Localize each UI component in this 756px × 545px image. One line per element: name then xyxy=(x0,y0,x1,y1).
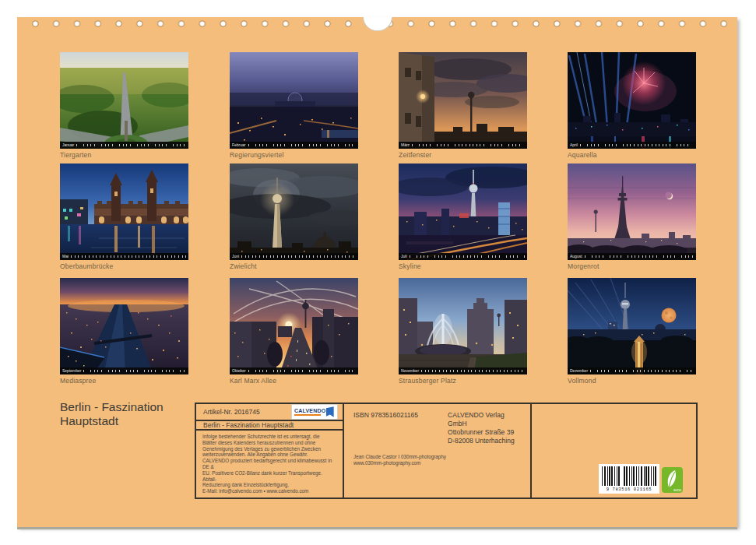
day-ticks xyxy=(585,255,694,258)
thumbnail-caption: Aquarella xyxy=(568,151,696,159)
isbn-number: ISBN 9783516021165 xyxy=(353,411,431,445)
thumbnail-caption: Zeitfenster xyxy=(399,151,527,159)
thumbnail-caption: Zwielicht xyxy=(230,262,358,270)
thumbnail-caption: Karl Marx Allee xyxy=(230,377,358,385)
info-right-column: 9 783516 021165 eco xyxy=(532,404,696,498)
photo-karl-marx-allee: Oktober xyxy=(230,278,358,374)
thumbnail-vollmond: Dezember Vollmond xyxy=(568,278,696,385)
vollmond-illustration xyxy=(568,278,696,374)
photo-aquarella: April xyxy=(568,52,696,149)
mediaspree-illustration xyxy=(60,278,188,374)
day-ticks xyxy=(410,255,525,258)
photographer-credit: Jean Claude Castor I 030mm-photography w… xyxy=(353,454,521,467)
thumbnail-caption: Vollmond xyxy=(568,377,696,385)
calendar-title-row: Berlin - Faszination Hauptstadt xyxy=(196,421,343,431)
photo-zwielicht: Juni xyxy=(230,164,358,260)
morgenrot-illustration xyxy=(568,164,696,260)
aquarella-illustration xyxy=(568,52,696,149)
month-label: Juli xyxy=(401,255,407,258)
thumbnail-caption: Mediaspree xyxy=(60,377,188,385)
calendar-title-small: Berlin - Faszination Hauptstadt xyxy=(203,421,294,429)
thumbnail-caption: Strausberger Platz xyxy=(399,377,527,385)
thumbnail-skyline: Juli Skyline xyxy=(399,164,527,270)
zwielicht-illustration xyxy=(230,164,358,260)
thumbnail-zeitfenster: März Zeitfenster xyxy=(399,52,527,159)
month-label: Februar xyxy=(232,143,246,147)
thumbnail-oberbaumbruecke: Mai Oberbaumbrücke xyxy=(60,164,188,270)
calendar-date-strip: September xyxy=(60,367,188,374)
day-ticks xyxy=(83,370,186,373)
calvendo-logo: CALVENDO xyxy=(291,404,338,420)
calendar-title-line2: Hauptstadt xyxy=(60,414,164,428)
calendar-date-strip: August xyxy=(568,253,696,260)
thumbnail-caption: Regierungsviertel xyxy=(230,151,358,159)
photo-skyline: Juli xyxy=(399,164,527,260)
calvendo-logo-tagline xyxy=(294,414,321,417)
thumbnail-caption: Tiergarten xyxy=(60,151,188,159)
thumbnail-morgenrot: August Morgenrot xyxy=(568,164,696,270)
thumbnail-strausberger-platz: November Strausberger Platz xyxy=(399,278,527,385)
eco-label: eco xyxy=(673,487,681,492)
month-label: November xyxy=(401,369,419,373)
thumbnail-karl-marx-allee: Oktober Karl Marx Allee xyxy=(230,278,358,385)
info-left-column: Artikel-Nr. 2016745 CALVENDO Berlin - Fa… xyxy=(196,404,344,498)
thumbnail-caption: Skyline xyxy=(399,262,527,270)
calendar-date-strip: Februar xyxy=(230,142,358,149)
calendar-date-strip: Januar xyxy=(60,142,188,149)
calendar-date-strip: April xyxy=(568,142,696,149)
calendar-back-cover: Januar Tiergarten xyxy=(0,0,756,545)
calendar-date-strip: Dezember xyxy=(568,367,696,374)
day-ticks xyxy=(241,255,356,258)
calendar-date-strip: März xyxy=(399,142,527,149)
calendar-date-strip: November xyxy=(399,367,527,374)
calendar-date-strip: Oktober xyxy=(230,367,358,374)
thumbnail-tiergarten: Januar Tiergarten xyxy=(60,52,188,159)
month-label: Oktober xyxy=(232,369,246,373)
month-label: August xyxy=(570,255,582,258)
day-ticks xyxy=(580,144,694,147)
legal-text: Infolge bestehender Schutzrechte ist es … xyxy=(202,434,336,494)
photographer-name: Jean Claude Castor I 030mm-photography xyxy=(353,454,521,461)
thumbnail-zwielicht: Juni Zwielicht xyxy=(230,164,358,270)
legal-text-row: Infolge bestehender Schutzrechte ist es … xyxy=(196,431,343,498)
publisher-address: CALVENDO Verlag GmbH Ottobrunner Straße … xyxy=(448,411,521,445)
calendar-page: Januar Tiergarten xyxy=(17,17,737,527)
photo-vollmond: Dezember xyxy=(568,278,696,374)
day-ticks xyxy=(71,255,186,258)
month-label: März xyxy=(401,143,410,147)
oberbaumbruecke-illustration xyxy=(60,164,188,260)
publisher-info-box: Artikel-Nr. 2016745 CALVENDO Berlin - Fa… xyxy=(195,403,698,499)
karl-marx-allee-illustration xyxy=(230,278,358,374)
calvendo-logo-icon xyxy=(325,406,335,418)
publisher-name: CALVENDO Verlag GmbH xyxy=(448,411,521,428)
month-label: April xyxy=(570,143,578,147)
photo-oberbaumbruecke: Mai xyxy=(60,164,188,260)
skyline-illustration xyxy=(399,164,527,260)
publisher-city: D-82008 Unterhaching xyxy=(448,437,521,445)
barcode-digits: 9 783516 021165 xyxy=(607,487,652,492)
thumbnail-mediaspree: September Mediaspree xyxy=(60,278,188,385)
thumbnail-caption: Oberbaumbrücke xyxy=(60,262,188,270)
photo-regierungsviertel: Februar xyxy=(230,52,358,149)
barcode-bars xyxy=(602,466,656,486)
month-label: September xyxy=(62,369,81,373)
calendar-date-strip: Juli xyxy=(399,253,527,260)
photo-strausberger-platz: November xyxy=(399,278,527,374)
strausberger-platz-illustration xyxy=(399,278,527,374)
month-label: Dezember xyxy=(570,369,588,373)
thumbnail-caption: Morgenrot xyxy=(568,262,696,270)
day-ticks xyxy=(421,370,525,373)
article-number: Artikel-Nr. 2016745 xyxy=(203,408,260,416)
calendar-date-strip: Mai xyxy=(60,253,188,260)
calendar-date-strip: Juni xyxy=(230,253,358,260)
calvendo-logo-text: CALVENDO xyxy=(294,408,325,413)
photo-mediaspree: September xyxy=(60,278,188,374)
day-ticks xyxy=(590,370,694,373)
calendar-title-line1: Berlin - Faszination xyxy=(60,400,164,414)
photographer-website: www.030mm-photography.com xyxy=(353,460,521,467)
photo-zeitfenster: März xyxy=(399,52,527,149)
photo-tiergarten: Januar xyxy=(60,52,188,149)
month-label: Januar xyxy=(62,143,74,147)
hanger-notch xyxy=(363,17,392,31)
month-label: Mai xyxy=(62,255,69,258)
